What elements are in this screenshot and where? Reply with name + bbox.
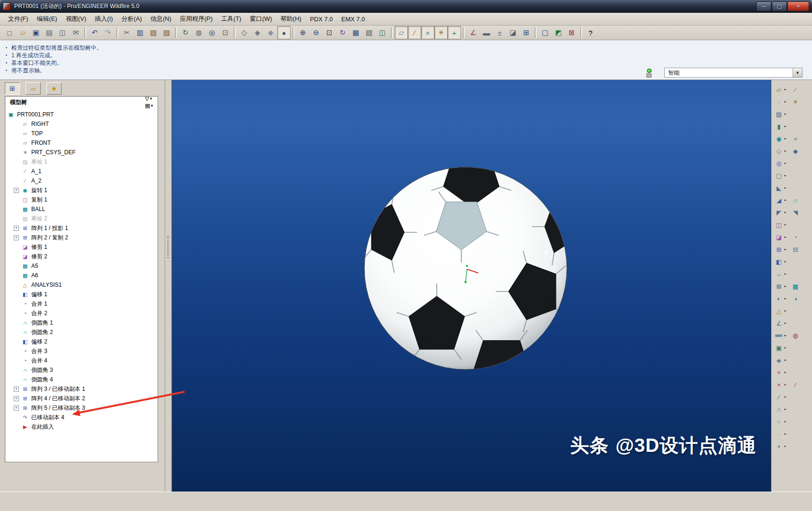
flyout-arrow-icon[interactable]: ▸ (785, 174, 788, 177)
tree-filter-button[interactable]: ▽▾ (143, 95, 155, 102)
blend-tool-button[interactable]: ◇ (774, 146, 784, 156)
measure-tool-button[interactable]: ∠ (774, 318, 784, 328)
hidden-line-button[interactable]: ◈ (251, 26, 264, 39)
line-tool-button[interactable]: ∕ (774, 392, 784, 402)
tree-item[interactable]: +◉旋转 1 (5, 185, 158, 195)
flyout-arrow-icon[interactable]: ▸ (785, 198, 788, 202)
context-help-button[interactable]: ? (584, 26, 597, 39)
datum-plane-tool-button[interactable]: ▱ (774, 84, 784, 95)
flyout-arrow-icon[interactable]: ▸ (785, 235, 788, 239)
tree-item[interactable]: ◔合并 2 (5, 308, 158, 318)
flyout-arrow-icon[interactable]: ▸ (785, 186, 788, 190)
tree-item[interactable]: ∕A_1 (5, 167, 158, 176)
find-button[interactable]: ◎ (205, 26, 219, 39)
tree-item[interactable]: ◪修剪 1 (5, 242, 158, 252)
pattern-tool-button[interactable]: ⊞ (774, 244, 784, 255)
layers-button[interactable]: ▧ (362, 26, 376, 39)
flexible-modeling-tool-button[interactable]: ◈ (774, 355, 784, 365)
tree-item[interactable]: ▨草绘 1 (5, 157, 158, 167)
hole-tool-button[interactable]: ◎ (774, 158, 784, 168)
tree-item[interactable]: ▱FRONT (5, 138, 158, 148)
splitter-grip[interactable] (167, 236, 169, 258)
extend-tool-button[interactable]: ↔ (774, 269, 784, 279)
sweep-tool-button[interactable]: ≈ (790, 133, 801, 144)
edge-chamfer-tool-button[interactable]: ◥ (790, 207, 801, 218)
tolerance-display-button[interactable]: ◪ (506, 26, 520, 39)
undo-button[interactable]: ↶ (88, 26, 101, 39)
open-button[interactable]: ▱ (16, 26, 29, 39)
circle-tool-button[interactable]: ○ (774, 416, 784, 427)
axis-display-button[interactable]: ∕ (408, 26, 421, 39)
new-window-button[interactable]: ▢ (538, 26, 552, 39)
component-interface-tool-button[interactable]: ▣ (774, 343, 784, 353)
regen-status-icon[interactable] (646, 69, 652, 78)
tree-settings-button[interactable]: ▤▾ (143, 102, 155, 109)
point-tool-button[interactable]: · (774, 429, 784, 439)
draft-tool-button[interactable]: ◢ (774, 195, 784, 205)
redo-button[interactable]: ↷ (101, 26, 115, 39)
tab-model-tree[interactable]: ⊞ (5, 82, 20, 95)
menu-analysis[interactable]: 分析(A) (117, 13, 146, 25)
expand-toggle[interactable]: + (14, 396, 19, 401)
flyout-arrow-icon[interactable]: ▸ (785, 260, 788, 264)
tree-item[interactable]: ∩倒圆角 2 (5, 327, 158, 337)
menu-emx[interactable]: EMX 7.0 (337, 14, 369, 24)
plane-display-button[interactable]: ▱ (395, 26, 408, 39)
panel-splitter[interactable] (165, 80, 172, 492)
paste-special-button[interactable]: ▨ (160, 26, 173, 39)
wireframe-button[interactable]: ◇ (238, 26, 251, 39)
extrude-tool-button[interactable]: ▮ (774, 121, 784, 132)
tree-item[interactable]: ∕A_2 (5, 176, 158, 185)
datum-point-tool-button[interactable]: · (774, 97, 784, 107)
copy-button[interactable]: ▥ (133, 26, 147, 39)
expand-toggle[interactable]: + (14, 387, 19, 392)
no-hidden-button[interactable]: ◆ (264, 26, 277, 39)
flyout-arrow-icon[interactable]: ▸ (785, 395, 788, 399)
flyout-arrow-icon[interactable]: ▸ (785, 211, 788, 214)
3d-viewport[interactable]: 头条@3D设计点滴通 (172, 80, 771, 492)
saved-views-button[interactable]: ▦ (349, 26, 362, 39)
menu-window[interactable]: 窗口(W) (246, 13, 276, 25)
solidify-tool-button[interactable]: ▩ (790, 281, 801, 291)
flyout-arrow-icon[interactable]: ▸ (785, 358, 788, 362)
expand-toggle[interactable]: + (14, 405, 19, 411)
flyout-arrow-icon[interactable]: ▸ (785, 149, 788, 153)
menu-file[interactable]: 文件(F) (4, 13, 33, 25)
tree-item[interactable]: ◧偏移 1 (5, 290, 158, 299)
flyout-arrow-icon[interactable]: ▸ (785, 346, 788, 350)
tree-item[interactable]: ▱RIGHT (5, 119, 158, 129)
menu-insert[interactable]: 插入(I) (90, 13, 117, 25)
expand-toggle[interactable]: + (14, 188, 19, 193)
flyout-arrow-icon[interactable]: ▸ (785, 100, 788, 104)
maximize-button[interactable]: ▢ (772, 1, 787, 11)
model-player-button[interactable]: ◍ (192, 26, 205, 39)
send-mail-button[interactable]: ✉ (69, 26, 82, 39)
tree-item[interactable]: ◔合并 3 (5, 346, 158, 356)
menu-applications[interactable]: 应用程序(P) (176, 13, 217, 25)
menu-pdx[interactable]: PDX 7.0 (306, 14, 337, 24)
new-button[interactable]: □ (3, 26, 16, 39)
tree-item[interactable]: ▩A5 (5, 261, 158, 271)
tree-item[interactable]: ▣PRT0001.PRT (5, 110, 158, 119)
zoom-out-button[interactable]: ⊖ (309, 26, 323, 39)
close-button[interactable]: × (787, 1, 809, 11)
revolve-tool-button[interactable]: ◉ (774, 133, 784, 144)
spin-center-display-button[interactable]: + (448, 26, 461, 39)
menu-info[interactable]: 信息(N) (146, 13, 176, 25)
tree-item[interactable]: ↷已移动副本 4 (5, 413, 158, 422)
tree-item[interactable]: ▱TOP (5, 129, 158, 138)
datum-axis-tool-button[interactable]: ∕ (790, 84, 801, 95)
tree-item[interactable]: ∩倒圆角 3 (5, 365, 158, 375)
tree-item[interactable]: △ANALYSIS1 (5, 280, 158, 290)
selection-filter-combo[interactable]: 智能 ▼ (664, 68, 803, 78)
tab-favorites[interactable]: ★ (46, 82, 62, 95)
flyout-arrow-icon[interactable]: ▸ (785, 124, 788, 128)
menu-tools[interactable]: 工具(T) (217, 13, 246, 25)
tree-item[interactable]: ▨草绘 2 (5, 214, 158, 223)
view-manager-button[interactable]: ◫ (376, 26, 389, 39)
flyout-arrow-icon[interactable]: ▸ (785, 247, 788, 251)
flyout-arrow-icon[interactable]: ▸ (785, 444, 788, 448)
merge-tool-button[interactable]: ◔ (790, 232, 801, 242)
save-button[interactable]: ▣ (29, 26, 43, 39)
point-display-button[interactable]: × (421, 26, 434, 39)
